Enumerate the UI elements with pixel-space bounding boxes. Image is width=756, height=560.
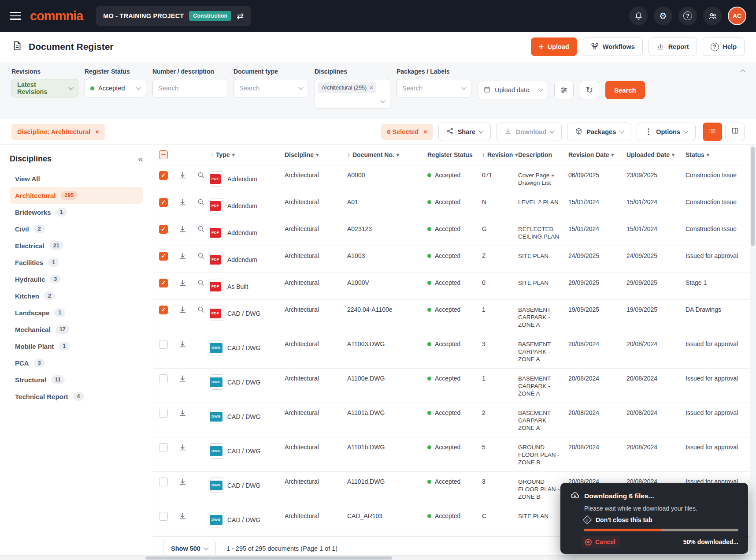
filter-sliders-button[interactable] bbox=[554, 81, 574, 99]
row-checkbox[interactable] bbox=[159, 409, 168, 418]
column-header[interactable]: Uploaded Date▾ bbox=[626, 151, 686, 158]
packages-labels-select[interactable]: Search bbox=[397, 79, 471, 97]
column-header[interactable]: ↑Document No.▾ bbox=[347, 151, 427, 158]
settings-gear-icon[interactable]: ⚙ bbox=[654, 7, 672, 25]
help-icon[interactable]: ? bbox=[678, 7, 697, 25]
sidebar-item[interactable]: Landscape1 bbox=[10, 304, 143, 321]
scrollbar-thumb[interactable] bbox=[751, 147, 755, 246]
search-button[interactable]: Search bbox=[605, 81, 645, 99]
doc-number[interactable]: A01 bbox=[347, 198, 358, 206]
doc-number[interactable]: A1000V bbox=[347, 279, 369, 287]
row-checkbox[interactable]: ✓ bbox=[159, 198, 168, 207]
row-download-icon[interactable] bbox=[178, 198, 187, 206]
row-download-icon[interactable] bbox=[178, 512, 187, 520]
remove-filter-icon[interactable]: × bbox=[95, 128, 99, 135]
doc-number[interactable]: A1003 bbox=[347, 252, 365, 260]
doc-number[interactable]: A023123 bbox=[347, 225, 372, 233]
row-checkbox[interactable] bbox=[159, 443, 168, 452]
doc-number[interactable]: A1101a.DWG bbox=[347, 409, 385, 417]
collapse-filters-chevron-icon[interactable] bbox=[740, 69, 745, 74]
download-button[interactable]: Download bbox=[496, 123, 562, 141]
doc-number[interactable]: A1101b.DWG bbox=[347, 443, 385, 451]
notifications-bell-icon[interactable] bbox=[629, 7, 648, 25]
column-header[interactable]: ↑Revision▾ bbox=[482, 151, 518, 158]
page-size-select[interactable]: Show 500 bbox=[163, 540, 216, 557]
revisions-select[interactable]: Latest Revisions bbox=[11, 79, 78, 97]
vertical-scrollbar[interactable] bbox=[750, 145, 756, 560]
sidebar-item-view-all[interactable]: View All bbox=[10, 170, 143, 187]
share-button[interactable]: Share bbox=[438, 123, 491, 141]
row-checkbox[interactable] bbox=[159, 374, 168, 383]
row-download-icon[interactable] bbox=[178, 478, 187, 486]
row-download-icon[interactable] bbox=[178, 171, 187, 179]
row-checkbox[interactable]: ✓ bbox=[159, 252, 168, 261]
split-view-button[interactable] bbox=[725, 123, 745, 141]
upload-button[interactable]: +Upload bbox=[531, 37, 577, 56]
register-status-select[interactable]: Accepted bbox=[85, 79, 146, 97]
doc-number[interactable]: 2240.04-A1100e bbox=[347, 306, 393, 314]
sidebar-item[interactable]: Mobile Plant1 bbox=[10, 338, 143, 355]
doc-number[interactable]: A0000 bbox=[347, 171, 365, 179]
row-download-icon[interactable] bbox=[178, 225, 187, 233]
row-download-icon[interactable] bbox=[178, 340, 187, 348]
row-checkbox[interactable]: ✓ bbox=[159, 225, 168, 234]
sidebar-item[interactable]: Electrical21 bbox=[10, 237, 143, 254]
document-type-select[interactable]: Search bbox=[233, 79, 308, 97]
options-button[interactable]: ⋮ Options bbox=[637, 123, 696, 141]
sidebar-item[interactable]: PCA3 bbox=[10, 355, 143, 371]
row-download-icon[interactable] bbox=[178, 409, 187, 417]
row-download-icon[interactable] bbox=[178, 279, 187, 287]
sidebar-item[interactable]: Kitchen2 bbox=[10, 287, 143, 304]
disciplines-multiselect[interactable]: Architectural (295)× bbox=[315, 79, 390, 109]
row-checkbox[interactable] bbox=[159, 340, 168, 349]
sidebar-item[interactable]: Architectural295 bbox=[10, 187, 143, 204]
row-download-icon[interactable] bbox=[178, 443, 187, 452]
row-download-icon[interactable] bbox=[178, 306, 187, 314]
row-checkbox[interactable]: ✓ bbox=[159, 279, 168, 287]
sidebar-item[interactable]: Facilities1 bbox=[10, 254, 143, 271]
doc-number[interactable]: A11003.DWG bbox=[347, 340, 385, 348]
sidebar-item[interactable]: Civil2 bbox=[10, 220, 143, 237]
help-button[interactable]: ? Help bbox=[703, 37, 745, 56]
refresh-icon-button[interactable]: ↻ bbox=[580, 81, 599, 99]
column-header[interactable]: ↑Type▾ bbox=[211, 151, 285, 158]
row-preview-icon[interactable] bbox=[197, 279, 205, 287]
column-header[interactable]: Description bbox=[518, 151, 568, 158]
report-button[interactable]: Report bbox=[649, 37, 697, 56]
column-header[interactable]: Register Status bbox=[427, 151, 482, 158]
row-download-icon[interactable] bbox=[178, 252, 187, 260]
upload-date-picker[interactable]: Upload date bbox=[478, 81, 548, 99]
row-checkbox[interactable] bbox=[159, 478, 168, 486]
row-preview-icon[interactable] bbox=[197, 198, 205, 206]
user-avatar[interactable]: AC bbox=[728, 7, 746, 25]
sidebar-item[interactable]: Brideworks1 bbox=[10, 204, 143, 220]
select-all-checkbox[interactable] bbox=[159, 150, 168, 159]
remove-chip-icon[interactable]: × bbox=[370, 85, 373, 91]
clear-selection-icon[interactable]: × bbox=[423, 128, 427, 135]
row-preview-icon[interactable] bbox=[197, 306, 205, 314]
doc-number[interactable]: CAD_AR103 bbox=[347, 512, 382, 520]
horizontal-scrollbar[interactable] bbox=[0, 555, 756, 560]
column-header[interactable]: Revision Date▾ bbox=[568, 151, 626, 158]
project-selector[interactable]: MO - TRAINING PROJECT Construction ⇄ bbox=[96, 6, 251, 26]
sidebar-item[interactable]: Hydraulic3 bbox=[10, 271, 143, 287]
column-header[interactable]: Status▾ bbox=[686, 151, 756, 158]
packages-button[interactable]: Packages bbox=[567, 123, 631, 141]
doc-number[interactable]: A1101d.DWG bbox=[347, 478, 385, 485]
sidebar-item[interactable]: Mechanical17 bbox=[10, 321, 143, 338]
row-preview-icon[interactable] bbox=[197, 252, 205, 260]
row-download-icon[interactable] bbox=[178, 374, 187, 383]
hamburger-menu-icon[interactable] bbox=[10, 10, 21, 22]
collapse-sidebar-icon[interactable]: « bbox=[138, 153, 143, 164]
list-view-button[interactable] bbox=[703, 123, 722, 141]
doc-number[interactable]: A1100e.DWG bbox=[347, 374, 385, 382]
contacts-icon[interactable] bbox=[703, 7, 722, 25]
workflows-button[interactable]: Workflows bbox=[583, 37, 643, 56]
switch-project-icon[interactable]: ⇄ bbox=[237, 12, 244, 20]
row-checkbox[interactable] bbox=[159, 512, 168, 521]
number-description-input[interactable] bbox=[152, 79, 227, 97]
row-preview-icon[interactable] bbox=[197, 225, 205, 233]
column-header[interactable]: Discipline▾ bbox=[285, 151, 347, 158]
sidebar-item[interactable]: Technical Report4 bbox=[10, 388, 143, 405]
sidebar-item[interactable]: Structural11 bbox=[10, 371, 143, 388]
